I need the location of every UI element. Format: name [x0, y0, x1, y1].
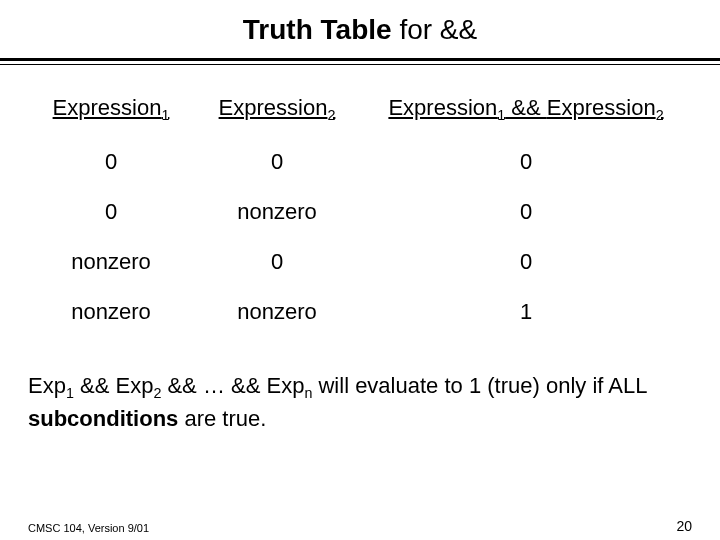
sum-and: &&	[74, 373, 116, 398]
divider	[0, 58, 720, 65]
hdr-expr-text: Expression	[547, 95, 656, 120]
hdr-expr-text: Expression	[219, 95, 328, 120]
hdr-expr-text: Expression	[53, 95, 162, 120]
table-row: 0 nonzero 0	[28, 187, 692, 237]
cell: nonzero	[194, 187, 360, 237]
divider-thick	[0, 58, 720, 61]
slide-title: Truth Table for &&	[0, 14, 720, 46]
cell: 0	[360, 187, 692, 237]
truth-table: Expression1 Expression2 Expression1 && E…	[28, 95, 692, 337]
hdr-expr-text: Expression	[388, 95, 497, 120]
cell: 0	[194, 237, 360, 287]
sum-end: are true.	[178, 406, 266, 431]
title-bold: Truth Table	[243, 14, 392, 45]
cell: 0	[360, 137, 692, 187]
cell: 0	[194, 137, 360, 187]
sum-exp: Exp	[28, 373, 66, 398]
col-header-expr1: Expression1	[28, 95, 194, 137]
divider-thin	[0, 64, 720, 65]
sum-exp: Exp	[266, 373, 304, 398]
table-row: nonzero 0 0	[28, 237, 692, 287]
hdr-sub1: 1	[497, 107, 505, 123]
table-header-row: Expression1 Expression2 Expression1 && E…	[28, 95, 692, 137]
content-area: Expression1 Expression2 Expression1 && E…	[0, 95, 720, 434]
hdr-and: &&	[505, 95, 547, 120]
sum-exp: Exp	[115, 373, 153, 398]
sum-dots: && … &&	[161, 373, 266, 398]
slide: Truth Table for && Expression1 Expressio…	[0, 14, 720, 540]
footer-left: CMSC 104, Version 9/01	[28, 522, 149, 534]
summary-text: Exp1 && Exp2 && … && Expn will evaluate …	[28, 371, 692, 433]
cell: 1	[360, 287, 692, 337]
cell: 0	[28, 187, 194, 237]
title-rest: for &&	[392, 14, 478, 45]
hdr-sub2: 2	[656, 107, 664, 123]
col-header-expr2: Expression2	[194, 95, 360, 137]
cell: nonzero	[28, 237, 194, 287]
sum-bold: subconditions	[28, 406, 178, 431]
table-row: 0 0 0	[28, 137, 692, 187]
cell: nonzero	[194, 287, 360, 337]
table-row: nonzero nonzero 1	[28, 287, 692, 337]
hdr-sub2: 2	[327, 107, 335, 123]
hdr-sub1: 1	[161, 107, 169, 123]
col-header-result: Expression1 && Expression2	[360, 95, 692, 137]
cell: 0	[28, 137, 194, 187]
sum-tail: will evaluate to 1 (true) only if ALL	[312, 373, 646, 398]
footer-page-number: 20	[676, 518, 692, 534]
cell: 0	[360, 237, 692, 287]
cell: nonzero	[28, 287, 194, 337]
sum-s1: 1	[66, 386, 74, 402]
